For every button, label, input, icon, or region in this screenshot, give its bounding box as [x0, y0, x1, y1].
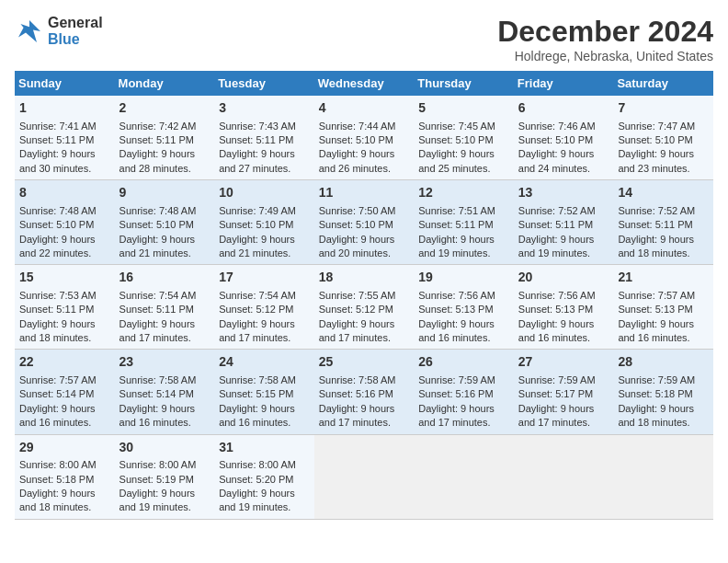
day-info-line: and 26 minutes. — [319, 162, 410, 176]
location: Holdrege, Nebraska, United States — [497, 49, 713, 63]
day-number: 12 — [418, 184, 509, 202]
day-number: 30 — [119, 439, 210, 457]
calendar-cell: 19Sunrise: 7:56 AMSunset: 5:13 PMDayligh… — [414, 265, 514, 350]
day-info-line: Daylight: 9 hours — [119, 147, 210, 161]
day-info-line: Sunrise: 7:55 AM — [319, 289, 410, 303]
day-info-line: Sunrise: 7:51 AM — [418, 204, 509, 218]
day-info-line: Sunset: 5:11 PM — [518, 218, 609, 232]
calendar-cell: 11Sunrise: 7:50 AMSunset: 5:10 PMDayligh… — [314, 180, 415, 265]
title-block: December 2024 Holdrege, Nebraska, United… — [497, 15, 713, 63]
header-saturday: Saturday — [613, 71, 713, 96]
calendar-cell: 8Sunrise: 7:48 AMSunset: 5:10 PMDaylight… — [15, 180, 115, 265]
day-info-line: and 18 minutes. — [618, 247, 709, 260]
day-info-line: Daylight: 9 hours — [418, 233, 509, 247]
calendar-cell: 12Sunrise: 7:51 AMSunset: 5:11 PMDayligh… — [414, 180, 514, 265]
day-info-line: Sunrise: 7:53 AM — [19, 289, 110, 303]
day-number: 13 — [518, 184, 609, 202]
day-info-line: Sunset: 5:11 PM — [119, 133, 210, 147]
day-info-line: Sunset: 5:11 PM — [119, 303, 210, 316]
day-info-line: Daylight: 9 hours — [19, 487, 110, 500]
calendar-cell: 13Sunrise: 7:52 AMSunset: 5:11 PMDayligh… — [514, 180, 614, 265]
day-info-line: Sunset: 5:16 PM — [418, 387, 509, 401]
calendar-cell: 30Sunrise: 8:00 AMSunset: 5:19 PMDayligh… — [115, 434, 215, 519]
day-number: 7 — [618, 99, 709, 118]
day-info-line: Sunrise: 7:48 AM — [119, 204, 210, 218]
day-number: 27 — [518, 353, 609, 372]
calendar-cell: 26Sunrise: 7:59 AMSunset: 5:16 PMDayligh… — [414, 350, 514, 434]
day-info-line: and 23 minutes. — [618, 162, 709, 176]
day-info-line: Sunset: 5:11 PM — [19, 133, 110, 147]
day-number: 6 — [518, 99, 609, 118]
day-number: 31 — [219, 439, 310, 457]
day-info-line: Sunrise: 7:47 AM — [618, 120, 709, 133]
day-number: 15 — [19, 269, 110, 287]
day-info-line: Daylight: 9 hours — [518, 147, 609, 161]
calendar-cell: 5Sunrise: 7:45 AMSunset: 5:10 PMDaylight… — [414, 96, 514, 180]
day-number: 19 — [418, 269, 509, 287]
day-info-line: and 17 minutes. — [418, 416, 509, 430]
header-sunday: Sunday — [15, 71, 115, 96]
day-info-line: and 17 minutes. — [518, 416, 609, 430]
header-tuesday: Tuesday — [214, 71, 314, 96]
day-info-line: and 18 minutes. — [19, 500, 110, 514]
calendar-cell: 22Sunrise: 7:57 AMSunset: 5:14 PMDayligh… — [15, 350, 115, 434]
day-info-line: Daylight: 9 hours — [19, 402, 110, 416]
day-info-line: Daylight: 9 hours — [518, 317, 609, 331]
day-info-line: Sunset: 5:10 PM — [319, 133, 410, 147]
day-info-line: Sunset: 5:13 PM — [518, 303, 609, 316]
day-info-line: Sunrise: 7:54 AM — [119, 289, 210, 303]
day-info-line: Sunset: 5:18 PM — [618, 387, 709, 401]
svg-marker-0 — [18, 20, 40, 42]
day-info-line: Sunrise: 7:56 AM — [518, 289, 609, 303]
week-row-3: 15Sunrise: 7:53 AMSunset: 5:11 PMDayligh… — [15, 265, 713, 350]
day-number: 26 — [418, 353, 509, 372]
calendar-cell: 21Sunrise: 7:57 AMSunset: 5:13 PMDayligh… — [613, 265, 713, 350]
day-info-line: Sunset: 5:18 PM — [19, 473, 110, 487]
day-number: 10 — [219, 184, 310, 202]
day-info-line: Sunrise: 7:57 AM — [19, 373, 110, 387]
day-info-line: Sunset: 5:14 PM — [19, 387, 110, 401]
day-info-line: Sunset: 5:11 PM — [19, 303, 110, 316]
calendar-cell — [414, 434, 514, 519]
day-info-line: and 30 minutes. — [19, 162, 110, 176]
day-info-line: Sunrise: 7:52 AM — [518, 204, 609, 218]
day-info-line: Sunset: 5:11 PM — [618, 218, 709, 232]
day-info-line: Sunrise: 7:43 AM — [219, 120, 310, 133]
logo: General Blue — [15, 15, 103, 48]
day-number: 22 — [19, 353, 110, 372]
day-info-line: and 16 minutes. — [219, 416, 310, 430]
day-number: 21 — [618, 269, 709, 287]
calendar-cell — [514, 434, 614, 519]
day-number: 17 — [219, 269, 310, 287]
day-info-line: Daylight: 9 hours — [219, 487, 310, 500]
day-number: 20 — [518, 269, 609, 287]
day-info-line: and 19 minutes. — [119, 500, 210, 514]
day-number: 4 — [319, 99, 410, 118]
calendar-cell: 4Sunrise: 7:44 AMSunset: 5:10 PMDaylight… — [314, 96, 415, 180]
calendar-cell — [613, 434, 713, 519]
logo-line1: General — [48, 15, 103, 31]
day-info-line: Sunset: 5:13 PM — [618, 303, 709, 316]
calendar-cell: 16Sunrise: 7:54 AMSunset: 5:11 PMDayligh… — [115, 265, 215, 350]
day-info-line: Daylight: 9 hours — [518, 402, 609, 416]
header-wednesday: Wednesday — [314, 71, 415, 96]
day-info-line: and 21 minutes. — [119, 247, 210, 260]
day-info-line: and 27 minutes. — [219, 162, 310, 176]
day-info-line: Sunrise: 8:00 AM — [219, 458, 310, 472]
day-info-line: Sunset: 5:10 PM — [119, 218, 210, 232]
calendar-cell: 23Sunrise: 7:58 AMSunset: 5:14 PMDayligh… — [115, 350, 215, 434]
calendar-cell: 29Sunrise: 8:00 AMSunset: 5:18 PMDayligh… — [15, 434, 115, 519]
day-info-line: and 18 minutes. — [618, 416, 709, 430]
day-info-line: Sunrise: 7:59 AM — [418, 373, 509, 387]
day-info-line: Daylight: 9 hours — [418, 147, 509, 161]
calendar-cell: 20Sunrise: 7:56 AMSunset: 5:13 PMDayligh… — [514, 265, 614, 350]
day-info-line: Daylight: 9 hours — [618, 147, 709, 161]
day-info-line: Sunrise: 7:52 AM — [618, 204, 709, 218]
day-info-line: and 16 minutes. — [119, 416, 210, 430]
day-info-line: Sunset: 5:17 PM — [518, 387, 609, 401]
day-info-line: Sunrise: 7:59 AM — [618, 373, 709, 387]
logo-icon — [15, 17, 44, 46]
day-info-line: Daylight: 9 hours — [319, 402, 410, 416]
day-info-line: Daylight: 9 hours — [319, 147, 410, 161]
day-info-line: and 25 minutes. — [418, 162, 509, 176]
